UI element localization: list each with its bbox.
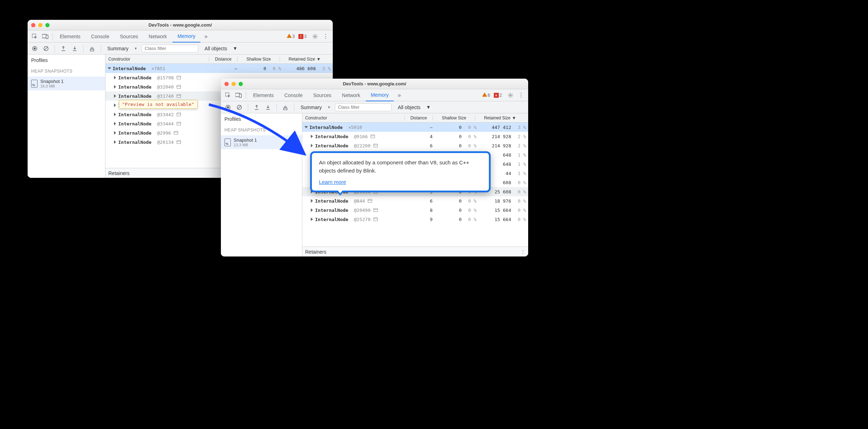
summary-row[interactable]: InternalNode ×5010 – 00 % 447 4123 %	[302, 123, 528, 132]
kebab-menu-icon[interactable]: ⋮	[516, 90, 526, 100]
scope-dropdown[interactable]: All objects	[202, 46, 230, 51]
scope-dropdown[interactable]: All objects	[395, 105, 423, 110]
expand-icon[interactable]	[114, 103, 116, 107]
device-toggle-icon[interactable]	[234, 90, 244, 100]
table-row[interactable]: InternalNode @9166400 %214 9282 %	[302, 132, 528, 141]
tab-elements[interactable]: Elements	[55, 30, 85, 43]
tab-sources[interactable]: Sources	[308, 89, 336, 101]
chevron-down-icon[interactable]: ▼	[233, 46, 238, 51]
device-toggle-icon[interactable]	[40, 32, 50, 41]
traffic-lights[interactable]	[224, 82, 243, 86]
snapshot-item[interactable]: Snapshot 1 13.3 MB	[221, 135, 302, 149]
issue-badges[interactable]: 3 !3	[287, 34, 307, 39]
traffic-lights[interactable]	[31, 23, 50, 27]
table-row[interactable]: InternalNode @844600 %18 9760 %	[302, 196, 528, 205]
record-icon[interactable]	[223, 102, 233, 112]
record-icon[interactable]	[30, 44, 40, 53]
detached-icon	[373, 144, 378, 147]
snapshot-size: 13.3 MB	[234, 143, 257, 147]
view-dropdown[interactable]: Summary▼	[104, 46, 140, 51]
minimize-icon[interactable]	[38, 23, 42, 27]
expand-icon[interactable]	[311, 144, 313, 147]
clear-icon[interactable]	[234, 102, 244, 112]
view-dropdown[interactable]: Summary▼	[298, 105, 333, 110]
col-retained[interactable]: Retained Size▼	[280, 57, 329, 62]
memory-toolbar: Summary▼ All objects ▼	[221, 101, 528, 113]
maximize-icon[interactable]	[45, 23, 50, 27]
tab-network[interactable]: Network	[144, 30, 172, 43]
titlebar[interactable]: DevTools - www.google.com/	[28, 20, 333, 30]
maximize-icon[interactable]	[239, 82, 243, 86]
expand-icon[interactable]	[304, 126, 308, 128]
minimize-icon[interactable]	[232, 82, 236, 86]
titlebar[interactable]: DevTools - www.google.com/	[221, 79, 528, 89]
warning-badge[interactable]: 3	[287, 34, 295, 39]
kebab-menu-icon[interactable]: ⋮	[520, 249, 525, 255]
col-shallow[interactable]: Shallow Size	[237, 57, 280, 62]
settings-icon[interactable]	[506, 90, 515, 100]
gc-icon[interactable]	[87, 44, 97, 53]
sort-desc-icon: ▼	[512, 115, 516, 120]
expand-icon[interactable]	[311, 135, 313, 138]
close-icon[interactable]	[224, 82, 229, 86]
tab-memory[interactable]: Memory	[172, 30, 200, 43]
table-row[interactable]: InternalNode @22200600 %214 9282 %	[302, 141, 528, 150]
error-icon: !	[298, 34, 303, 39]
more-tabs-icon[interactable]: »	[394, 90, 404, 100]
upload-icon[interactable]	[58, 44, 68, 53]
snapshot-item[interactable]: Snapshot 1 16.0 MB	[28, 77, 105, 90]
table-row[interactable]: InternalNode @20490800 %15 6640 %	[302, 205, 528, 215]
chevron-down-icon[interactable]: ▼	[426, 105, 431, 110]
inspect-icon[interactable]	[223, 90, 233, 100]
col-distance[interactable]: Distance	[209, 57, 237, 62]
expand-icon[interactable]	[114, 85, 116, 89]
more-tabs-icon[interactable]: »	[201, 32, 211, 41]
tab-elements[interactable]: Elements	[248, 89, 279, 101]
download-icon[interactable]	[263, 102, 273, 112]
expand-icon[interactable]	[114, 122, 116, 125]
warning-icon	[482, 92, 487, 97]
col-constructor[interactable]: Constructor	[302, 115, 404, 120]
expand-icon[interactable]	[114, 94, 116, 98]
upload-icon[interactable]	[252, 102, 262, 112]
kebab-menu-icon[interactable]: ⋮	[321, 32, 331, 41]
summary-row[interactable]: InternalNode ×7851 – 00 % 486 6083 %	[105, 64, 333, 73]
expand-icon[interactable]	[311, 218, 313, 221]
detached-icon	[373, 208, 378, 212]
error-badge[interactable]: !3	[298, 34, 307, 39]
table-row[interactable]: InternalNode @25270900 %15 6640 %	[302, 215, 528, 224]
warning-badge[interactable]: 6	[482, 92, 490, 98]
inspect-icon[interactable]	[30, 32, 40, 41]
tab-network[interactable]: Network	[337, 89, 365, 101]
expand-icon[interactable]	[114, 140, 116, 144]
settings-icon[interactable]	[310, 32, 320, 41]
learn-more-link[interactable]: Learn more	[319, 179, 346, 185]
expand-icon[interactable]	[311, 199, 313, 203]
expand-icon[interactable]	[108, 67, 111, 69]
class-filter-input[interactable]	[142, 45, 198, 52]
col-constructor[interactable]: Constructor	[105, 57, 209, 62]
heap-snapshots-label: HEAP SNAPSHOTS	[28, 66, 105, 77]
expand-icon[interactable]	[311, 208, 313, 212]
warning-icon	[287, 34, 292, 38]
tab-memory[interactable]: Memory	[366, 89, 394, 101]
tab-console[interactable]: Console	[279, 89, 307, 101]
expand-icon[interactable]	[114, 131, 116, 135]
tab-console[interactable]: Console	[86, 30, 114, 43]
tab-sources[interactable]: Sources	[115, 30, 143, 43]
col-shallow[interactable]: Shallow Size	[433, 115, 475, 120]
expand-icon[interactable]	[114, 76, 116, 79]
error-badge[interactable]: ×2	[494, 92, 502, 98]
class-filter-input[interactable]	[335, 103, 392, 111]
col-distance[interactable]: Distance	[404, 115, 433, 120]
gc-icon[interactable]	[280, 102, 290, 112]
clear-icon[interactable]	[41, 44, 51, 53]
retainers-panel-header[interactable]: Retainers ⋮	[302, 247, 528, 256]
devtools-tabbar: Elements Console Sources Network Memory …	[221, 89, 528, 101]
col-retained[interactable]: Retained Size▼	[475, 115, 525, 120]
issue-badges[interactable]: 6 ×2	[482, 92, 502, 98]
error-icon: ×	[494, 93, 499, 98]
close-icon[interactable]	[31, 23, 35, 27]
download-icon[interactable]	[70, 44, 80, 53]
expand-icon[interactable]	[114, 113, 116, 116]
